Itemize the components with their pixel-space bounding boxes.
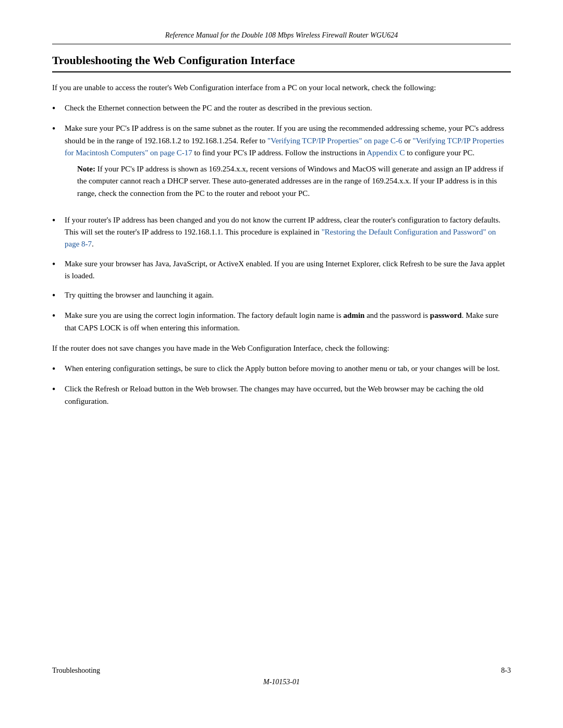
page-header: Reference Manual for the Double 108 Mbps…	[52, 31, 511, 44]
bullet-text-3: If your router's IP address has been cha…	[65, 214, 511, 251]
section-title: Troubleshooting the Web Configuration In…	[52, 54, 511, 72]
list-item: • When entering configuration settings, …	[52, 363, 511, 376]
bullet-text-s2: Click the Refresh or Reload button in th…	[65, 383, 511, 408]
list-item: • Make sure you are using the correct lo…	[52, 310, 511, 334]
bullet-icon: •	[52, 310, 65, 323]
bullet-icon: •	[52, 214, 65, 227]
bullet-list-1: • Check the Ethernet connection between …	[52, 102, 511, 334]
footer-model: M-10153-01	[263, 678, 300, 686]
bullet-text-4: Make sure your browser has Java, JavaScr…	[65, 258, 511, 282]
admin-label: admin	[344, 311, 365, 319]
bullet-icon: •	[52, 363, 65, 376]
second-intro-paragraph: If the router does not save changes you …	[52, 342, 511, 354]
bullet-icon: •	[52, 258, 65, 271]
note-block: Note: If your PC's IP address is shown a…	[77, 163, 511, 200]
list-item: • Try quitting the browser and launching…	[52, 289, 511, 302]
list-item: • Make sure your PC's IP address is on t…	[52, 122, 511, 207]
footer-left: Troubleshooting	[52, 667, 100, 675]
link-appendix-c[interactable]: Appendix C	[367, 149, 405, 157]
bullet-icon: •	[52, 383, 65, 396]
bullet-text-6: Make sure you are using the correct logi…	[65, 310, 511, 334]
footer-center: M-10153-01	[52, 678, 511, 686]
bullet-icon: •	[52, 102, 65, 115]
bullet-text: Check the Ethernet connection between th…	[65, 102, 511, 114]
page: Reference Manual for the Double 108 Mbps…	[0, 0, 563, 728]
list-item: • Check the Ethernet connection between …	[52, 102, 511, 115]
footer-row: Troubleshooting 8-3	[52, 667, 511, 675]
list-item: • Click the Refresh or Reload button in …	[52, 383, 511, 408]
list-item: • If your router's IP address has been c…	[52, 214, 511, 251]
link-restore-default[interactable]: "Restoring the Default Configuration and…	[65, 228, 496, 248]
main-content: If you are unable to access the router's…	[52, 82, 511, 667]
password-label: password	[430, 311, 462, 319]
bullet-text-2: Make sure your PC's IP address is on the…	[65, 122, 511, 207]
header-text: Reference Manual for the Double 108 Mbps…	[165, 31, 398, 39]
intro-paragraph: If you are unable to access the router's…	[52, 82, 511, 94]
bullet-text-5: Try quitting the browser and launching i…	[65, 289, 511, 301]
bullet-text-s1: When entering configuration settings, be…	[65, 363, 511, 375]
bullet-list-2: • When entering configuration settings, …	[52, 363, 511, 408]
list-item: • Make sure your browser has Java, JavaS…	[52, 258, 511, 282]
bullet-icon: •	[52, 289, 65, 302]
link-verifying-tcpip[interactable]: "Verifying TCP/IP Properties" on page C-…	[267, 137, 402, 145]
note-label: Note:	[77, 165, 95, 173]
footer: Troubleshooting 8-3 M-10153-01	[52, 667, 511, 686]
footer-right: 8-3	[501, 667, 511, 675]
bullet-icon: •	[52, 122, 65, 135]
